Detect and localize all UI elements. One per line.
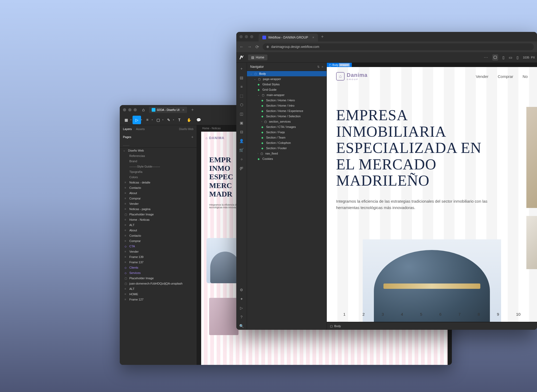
move-tool-icon[interactable]: ▷ <box>133 116 141 124</box>
close-window-icon[interactable] <box>239 35 243 38</box>
nav-link[interactable]: Vender <box>476 74 489 79</box>
nav-link[interactable]: No <box>523 74 528 79</box>
nav-tree-item[interactable]: ›▢nav_fixed <box>247 151 327 156</box>
close-tab-icon[interactable]: × <box>182 108 184 112</box>
components-icon[interactable]: ⬚ <box>238 92 245 99</box>
nav-tree-item[interactable]: ◆Section / Faqs <box>247 130 327 135</box>
video-icon[interactable]: ▷ <box>238 304 245 312</box>
comment-tool-icon[interactable]: 💬 <box>194 116 203 124</box>
add-element-icon[interactable]: + <box>238 65 245 72</box>
nav-tree-item[interactable]: ›▢section_services <box>247 119 327 124</box>
nav-tree-item[interactable]: ◆Global Styles <box>247 82 327 87</box>
layer-item[interactable]: ◇Services <box>120 270 197 276</box>
hand-tool-icon[interactable]: ✋ <box>185 116 193 124</box>
selection-badge[interactable]: ▢ Body wrapper <box>327 63 352 67</box>
pen-tool-icon[interactable]: ✎ <box>164 116 173 124</box>
url-input[interactable]: ⊕ danimagroup.design.webflow.com <box>263 43 534 50</box>
assets-tab[interactable]: Assets <box>136 127 145 131</box>
nav-tree-item[interactable]: ◆Section / Footer <box>247 145 327 151</box>
viewport-width[interactable]: 1035 PX <box>523 56 535 59</box>
close-window-icon[interactable] <box>123 108 126 111</box>
maximize-window-icon[interactable] <box>134 108 137 111</box>
variables-icon[interactable]: ⬡ <box>238 101 245 109</box>
back-button-icon[interactable]: ← <box>239 44 244 49</box>
pin-icon[interactable]: ⇅ <box>317 65 320 69</box>
style-selectors-icon[interactable]: ◫ <box>238 110 245 118</box>
close-tab-icon[interactable]: × <box>312 36 314 39</box>
nav-tree-item[interactable]: ◆Section / Home / Experience <box>247 108 327 114</box>
layer-item[interactable]: =Comprar <box>120 238 197 244</box>
close-panel-icon[interactable]: × <box>322 65 323 69</box>
figma-tab[interactable]: 02DA - Diseño UI × <box>149 107 187 113</box>
page-item[interactable]: Brand <box>120 159 197 164</box>
nav-tree-item[interactable]: ◆Section / CTA / Images <box>247 124 327 130</box>
main-menu-icon[interactable]: ▦ <box>122 116 130 124</box>
layer-item[interactable]: =Contacto <box>120 185 197 190</box>
layer-item[interactable]: =Vender <box>120 249 197 254</box>
shape-tool-icon[interactable]: ▢ <box>154 116 162 124</box>
page-breadcrumb[interactable]: Diseño Web <box>179 128 193 131</box>
nav-tree-item[interactable]: ⌄▢main-wrapper <box>247 92 327 98</box>
assets-icon[interactable]: ▣ <box>238 119 245 127</box>
page-selector-button[interactable]: ▤ Home <box>248 55 267 60</box>
nav-tree-item[interactable]: ⌄▢Body <box>247 71 327 76</box>
minimize-window-icon[interactable] <box>245 35 248 38</box>
nav-tree-item[interactable]: ⌄▢page-wrapper <box>247 76 327 82</box>
webflow-logo-icon[interactable] <box>238 54 246 61</box>
layer-item[interactable]: =Comprar <box>120 196 197 201</box>
breadcrumb-bar[interactable]: ▢ Body <box>327 322 537 330</box>
layer-item[interactable]: =ALT <box>120 222 197 228</box>
layer-item[interactable]: ◇Clients <box>120 265 197 270</box>
page-item[interactable]: Referencias <box>120 153 197 159</box>
brand[interactable]: ⌂ Danima GROUP <box>336 72 367 81</box>
page-item[interactable]: Diseño Web <box>120 148 197 153</box>
layer-item[interactable]: ◇CTA <box>120 244 197 249</box>
settings-icon[interactable]: ⚙ <box>238 286 245 294</box>
layer-item[interactable]: =Noticas - pagina <box>120 206 197 212</box>
layer-item[interactable]: ▢Placeholder Image <box>120 276 197 281</box>
audit-icon[interactable]: ✦ <box>238 295 245 303</box>
nav-tree-item[interactable]: ◆Section / Colophon <box>247 140 327 145</box>
expand-icon[interactable]: › <box>261 120 262 123</box>
layer-item[interactable]: =About <box>120 228 197 233</box>
text-tool-icon[interactable]: T <box>175 116 184 124</box>
apps-icon[interactable]: {F <box>238 164 245 172</box>
layers-tab[interactable]: Layers <box>123 127 132 131</box>
expand-icon[interactable]: ⌄ <box>254 78 256 80</box>
ecommerce-icon[interactable]: 🛒 <box>238 146 245 154</box>
breadcrumb-item[interactable]: Body <box>334 324 341 328</box>
nav-tree-item[interactable]: ◆Section / Home / Selection <box>247 114 327 119</box>
tablet-breakpoint-icon[interactable]: ▯ <box>502 55 505 60</box>
page-item[interactable]: Tipografía <box>120 169 197 174</box>
designer-canvas[interactable]: ▢ Body wrapper ⌂ Danima GROUP VenderComp… <box>327 63 537 330</box>
users-icon[interactable]: 👤 <box>238 137 245 145</box>
layer-item[interactable]: =HOME <box>120 291 197 297</box>
logic-icon[interactable]: ⟐ <box>238 155 245 163</box>
nav-tree-item[interactable]: ◆Section / Home / Hero <box>247 98 327 103</box>
nav-tree-item[interactable]: ◆Section / Team <box>247 135 327 140</box>
expand-icon[interactable]: ⌄ <box>258 94 260 96</box>
reload-button-icon[interactable]: ⟳ <box>255 44 259 49</box>
pages-search[interactable]: ⎯⎯⎯⎯ <box>120 141 197 148</box>
nav-tree-item[interactable]: ◆Cookies <box>247 156 327 161</box>
layer-item[interactable]: ▢juan-domenech-FzbHDQzdjQA-unsplash <box>120 281 197 286</box>
page-item[interactable]: Colors <box>120 174 197 180</box>
add-page-button[interactable]: + <box>191 135 193 139</box>
nav-tree-item[interactable]: ◆Section / Home / Intro <box>247 103 327 108</box>
page-preview[interactable]: ⌂ Danima GROUP VenderComprarNo EMPRESAIN… <box>327 67 537 322</box>
layer-item[interactable]: ▢Placeholder Image <box>120 212 197 217</box>
layer-item[interactable]: =Noticas - detalle <box>120 180 197 185</box>
new-tab-button[interactable]: + <box>321 34 324 39</box>
expand-icon[interactable]: ⌄ <box>250 72 252 75</box>
page-item[interactable]: --------Style Guide-------- <box>120 164 197 169</box>
layer-item[interactable]: =About <box>120 190 197 196</box>
layer-item[interactable]: =Frame 137 <box>120 260 197 265</box>
expand-icon[interactable]: › <box>258 152 258 155</box>
layer-item[interactable]: =Home - Noticas <box>120 217 197 222</box>
browser-tab[interactable]: Webflow - DANIMA GROUP × <box>259 34 318 41</box>
mobile-portrait-icon[interactable]: ▯ <box>517 55 519 60</box>
minimize-window-icon[interactable] <box>128 108 131 111</box>
layer-item[interactable]: =Contacto <box>120 233 197 238</box>
navigator-icon[interactable]: ≡ <box>238 83 245 90</box>
cms-icon[interactable]: ⊟ <box>238 128 245 136</box>
